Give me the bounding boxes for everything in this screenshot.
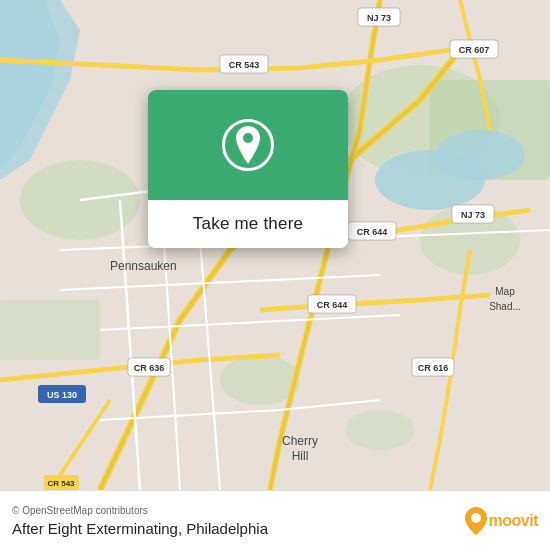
moovit-text: moovit	[489, 512, 538, 530]
svg-text:CR 644: CR 644	[317, 300, 348, 310]
svg-text:US 130: US 130	[47, 390, 77, 400]
popup-green-area	[148, 90, 348, 200]
map-attribution: © OpenStreetMap contributors	[12, 505, 538, 516]
svg-text:CR 543: CR 543	[229, 60, 260, 70]
moovit-pin-icon	[465, 507, 487, 535]
map-container: CR 543 CR 607 NJ 73 NJ 73 US 130 US 130 …	[0, 0, 550, 490]
svg-text:Hill: Hill	[292, 449, 309, 463]
svg-text:CR 543: CR 543	[47, 479, 75, 488]
svg-point-7	[345, 410, 415, 450]
svg-point-38	[471, 513, 481, 523]
popup-card: Take me there	[148, 90, 348, 248]
place-name: After Eight Exterminating, Philadelphia	[12, 520, 538, 537]
svg-text:CR 616: CR 616	[418, 363, 449, 373]
svg-text:Pennsauken: Pennsauken	[110, 259, 177, 273]
svg-text:NJ 73: NJ 73	[461, 210, 485, 220]
svg-point-9	[435, 130, 525, 180]
svg-point-37	[243, 133, 253, 143]
moovit-logo: moovit	[465, 507, 538, 535]
svg-text:CR 607: CR 607	[459, 45, 490, 55]
svg-text:CR 644: CR 644	[357, 227, 388, 237]
svg-text:CR 636: CR 636	[134, 363, 165, 373]
svg-text:NJ 73: NJ 73	[367, 13, 391, 23]
svg-text:Shad...: Shad...	[489, 301, 521, 312]
svg-text:Map: Map	[495, 286, 515, 297]
take-me-there-button[interactable]: Take me there	[148, 200, 348, 248]
location-pin-icon	[222, 119, 274, 171]
svg-text:Cherry: Cherry	[282, 434, 318, 448]
bottom-bar: © OpenStreetMap contributors After Eight…	[0, 490, 550, 550]
svg-rect-5	[0, 300, 100, 360]
